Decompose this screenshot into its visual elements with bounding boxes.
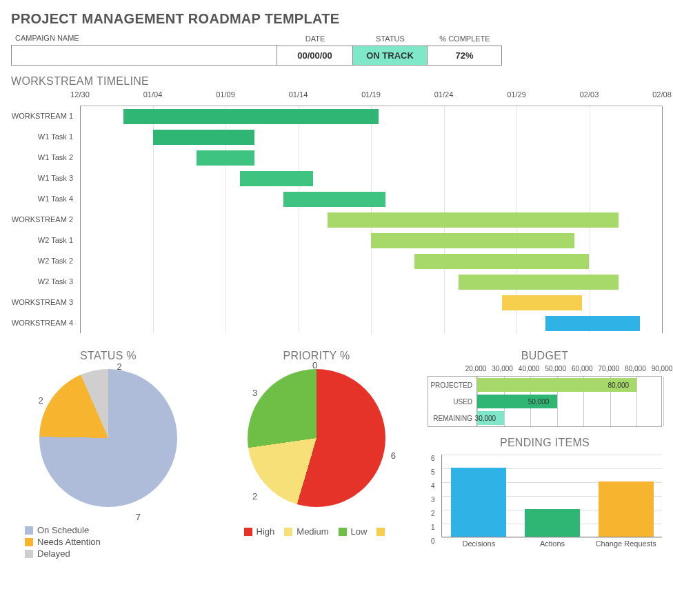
pending-bar (525, 509, 580, 537)
gantt-bar (459, 275, 619, 290)
legend-label: On Schedule (37, 525, 89, 535)
legend-label: Delayed (37, 548, 70, 559)
legend-item: Medium (284, 526, 328, 537)
gantt-tick: 02/08 (652, 90, 672, 99)
gantt-bar (545, 316, 640, 331)
legend-label: High (257, 526, 275, 537)
budget-tick: 50,000 (545, 365, 566, 372)
gantt-tick: 12/30 (70, 90, 90, 99)
budget-bar-value: 80,000 (607, 381, 629, 389)
pending-title: PENDING ITEMS (428, 437, 662, 449)
gantt-bar (240, 171, 313, 186)
date-value[interactable]: 00/00/00 (277, 46, 353, 66)
gantt-chart: 12/3001/0401/0901/1401/1901/2401/2902/03… (11, 90, 662, 333)
pie-chart (39, 369, 177, 507)
gantt-tick: 01/19 (361, 90, 381, 99)
gantt-row-label: W1 Task 3 (11, 168, 80, 188)
status-pie-title: STATUS % (11, 350, 205, 362)
budget-tick: 70,000 (599, 365, 620, 372)
pending-xlabel: Change Requests (592, 539, 661, 548)
budget-row-label: PROJECTED (428, 381, 476, 389)
legend-swatch (25, 550, 33, 558)
gantt-row-label: WORKSTREAM 2 (11, 209, 80, 230)
gantt-row-label: W1 Task 1 (11, 126, 80, 147)
budget-row-label: USED (428, 398, 476, 406)
pending-chart: 0123456DecisionsActionsChange Requests (428, 455, 662, 537)
gantt-bar (153, 130, 255, 145)
legend-item: On Schedule (25, 525, 205, 535)
gantt-bar (414, 254, 589, 269)
status-value[interactable]: ON TRACK (353, 46, 428, 66)
legend-swatch (244, 528, 252, 536)
budget-chart: 20,00030,00040,00050,00060,00070,00080,0… (428, 365, 662, 427)
legend-label: Needs Attention (37, 537, 101, 547)
gantt-row-label: W2 Task 1 (11, 230, 80, 250)
gantt-bar (197, 150, 254, 166)
pie-data-label: 2 (117, 361, 122, 372)
pending-ytick: 2 (431, 510, 435, 517)
gantt-row-label: W2 Task 2 (11, 250, 80, 271)
header-row: CAMPAIGN NAME DATE 00/00/00 STATUS ON TR… (11, 31, 662, 66)
legend-item: High (244, 526, 275, 537)
gantt-bar (283, 192, 385, 207)
gantt-row-label: WORKSTREAM 1 (11, 106, 80, 126)
gantt-tick: 01/09 (216, 90, 235, 99)
pending-ytick: 3 (431, 496, 435, 504)
gantt-row-label: W1 Task 4 (11, 188, 80, 209)
pie-data-label: 0 (312, 360, 317, 370)
pending-bar (451, 468, 506, 537)
pie-data-label: 3 (252, 388, 257, 398)
gantt-tick: 01/29 (507, 90, 526, 99)
budget-title: BUDGET (428, 350, 662, 362)
pie-chart (248, 369, 385, 507)
legend-swatch (339, 528, 347, 536)
pct-value[interactable]: 72% (428, 46, 502, 66)
gantt-tick: 01/24 (434, 90, 454, 99)
budget-tick: 90,000 (652, 365, 673, 372)
legend-item (376, 526, 389, 537)
pending-ytick: 6 (431, 455, 435, 462)
pending-ytick: 4 (431, 482, 435, 490)
gantt-bar (371, 233, 574, 248)
legend-item: Low (339, 526, 368, 537)
budget-tick: 30,000 (492, 365, 513, 372)
campaign-label: CAMPAIGN NAME (11, 31, 277, 45)
legend-item: Delayed (25, 548, 205, 559)
gantt-row-label: W2 Task 3 (11, 271, 80, 292)
budget-tick: 80,000 (625, 365, 646, 372)
budget-bar-value: 30,000 (475, 415, 496, 422)
priority-pie: 6230 (241, 369, 392, 521)
gantt-row-label: WORKSTREAM 3 (11, 292, 80, 312)
pie-data-label: 2 (252, 491, 257, 501)
date-label: DATE (277, 32, 353, 46)
budget-row-label: REMAINING (428, 415, 476, 422)
pie-data-label: 6 (391, 450, 396, 461)
gantt-tick: 02/03 (580, 90, 599, 99)
legend-item: Needs Attention (25, 537, 205, 547)
priority-legend: HighMediumLow (219, 525, 414, 538)
legend-swatch (376, 528, 385, 536)
gantt-row-label: WORKSTREAM 4 (11, 312, 80, 333)
pie-data-label: 7 (136, 512, 141, 522)
gantt-bar (328, 212, 619, 228)
pending-ytick: 0 (431, 537, 435, 545)
legend-swatch (284, 528, 292, 536)
budget-tick: 20,000 (465, 365, 487, 372)
budget-tick: 60,000 (572, 365, 593, 372)
legend-swatch (25, 538, 33, 546)
budget-bar-value: 50,000 (528, 398, 550, 406)
pie-data-label: 2 (38, 395, 43, 406)
budget-tick: 40,000 (519, 365, 540, 372)
status-legend: On ScheduleNeeds AttentionDelayed (25, 525, 205, 559)
gantt-bar (123, 109, 378, 124)
gantt-tick: 01/14 (289, 90, 308, 99)
page-title: PROJECT MANAGEMENT ROADMAP TEMPLATE (11, 11, 662, 27)
timeline-title: WORKSTREAM TIMELINE (11, 75, 662, 88)
gantt-row-label: W1 Task 2 (11, 147, 80, 168)
legend-swatch (25, 526, 33, 535)
pending-ytick: 5 (431, 468, 435, 476)
campaign-input[interactable] (11, 45, 277, 66)
pending-bar (599, 481, 654, 537)
status-pie: 722 (32, 369, 184, 521)
gantt-tick: 01/04 (143, 90, 163, 99)
